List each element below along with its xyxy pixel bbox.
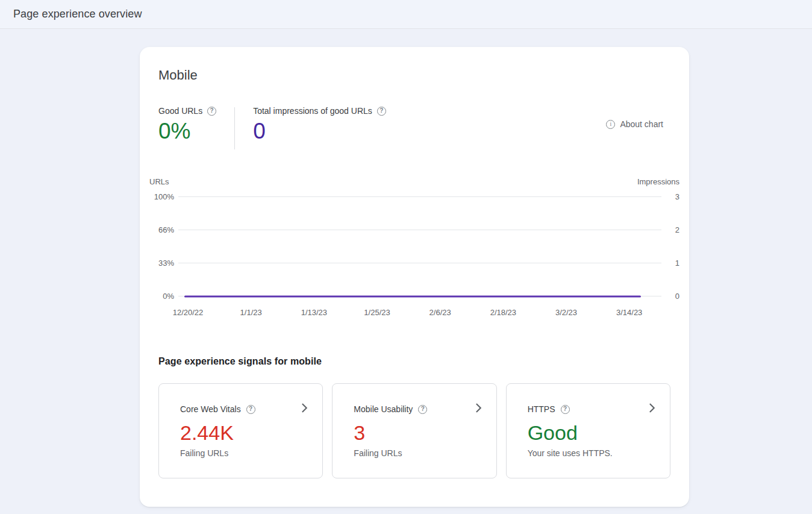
good-urls-label: Good URLs	[158, 106, 202, 116]
chart-grid: 100% 3 66% 2 33% 1 0% 0	[149, 192, 679, 301]
gridline-row: 100% 3	[149, 192, 679, 201]
left-axis-tick: 33%	[149, 259, 178, 268]
mobile-usability-label: Mobile Usability	[354, 404, 413, 414]
urls-impressions-chart: URLs Impressions 100% 3 66% 2 33% 1 0%	[149, 177, 679, 318]
gridline	[178, 263, 661, 263]
about-chart-button[interactable]: i About chart	[606, 119, 663, 129]
x-axis-tick: 3/2/23	[555, 308, 577, 317]
x-axis-tick: 2/18/23	[490, 308, 516, 317]
about-chart-label: About chart	[620, 119, 663, 129]
x-axis-tick: 1/13/23	[301, 308, 327, 317]
info-circle-icon: i	[606, 120, 615, 129]
page-title: Page experience overview	[13, 8, 142, 20]
stats-divider	[234, 107, 235, 149]
mobile-usability-card[interactable]: Mobile Usability ? 3 Failing URLs	[332, 383, 496, 478]
help-circle-icon[interactable]: ?	[207, 107, 216, 116]
gridline-row-baseline: 0% 0	[149, 292, 679, 301]
gridline	[178, 296, 661, 296]
total-impressions-label: Total impressions of good URLs	[253, 106, 372, 116]
chevron-right-icon[interactable]	[476, 403, 482, 413]
signals-heading: Page experience signals for mobile	[158, 356, 670, 367]
good-urls-stat: Good URLs ? 0%	[158, 106, 216, 144]
chevron-right-icon[interactable]	[302, 403, 308, 413]
right-axis-tick: 3	[661, 192, 679, 201]
gridline-row: 33% 1	[149, 259, 679, 268]
x-axis-tick: 12/20/22	[173, 308, 204, 317]
right-axis-tick: 0	[661, 292, 679, 301]
https-card[interactable]: HTTPS ? Good Your site uses HTTPS.	[506, 383, 670, 478]
x-axis-tick: 1/25/23	[364, 308, 390, 317]
x-axis-labels: 12/20/22 1/1/23 1/13/23 1/25/23 2/6/23 2…	[178, 308, 661, 318]
gridline-row: 66% 2	[149, 225, 679, 234]
total-impressions-stat: Total impressions of good URLs ? 0	[253, 106, 386, 144]
core-web-vitals-card[interactable]: Core Web Vitals ? 2.44K Failing URLs	[158, 383, 323, 478]
x-axis-tick: 3/14/23	[616, 308, 642, 317]
help-circle-icon[interactable]: ?	[246, 405, 255, 414]
left-axis-tick: 66%	[149, 225, 178, 234]
chevron-right-icon[interactable]	[649, 403, 655, 413]
total-impressions-value: 0	[253, 119, 386, 144]
x-axis-tick: 2/6/23	[429, 308, 451, 317]
core-web-vitals-value: 2.44K	[180, 422, 307, 444]
core-web-vitals-label: Core Web Vitals	[180, 404, 241, 414]
gridline	[178, 230, 661, 230]
mobile-usability-description: Failing URLs	[354, 448, 480, 458]
x-axis-tick: 1/1/23	[240, 308, 262, 317]
mobile-usability-value: 3	[354, 422, 480, 444]
https-value: Good	[528, 422, 654, 444]
card-title: Mobile	[158, 67, 670, 83]
page-header: Page experience overview	[0, 0, 812, 29]
right-axis-tick: 1	[661, 259, 679, 268]
help-circle-icon[interactable]: ?	[377, 107, 386, 116]
help-circle-icon[interactable]: ?	[561, 405, 570, 414]
stats-row: Good URLs ? 0% Total impressions of good…	[158, 106, 670, 149]
right-axis-tick: 2	[661, 225, 679, 234]
good-urls-value: 0%	[158, 119, 216, 144]
mobile-overview-card: Mobile Good URLs ? 0% Total impressions …	[140, 47, 689, 507]
left-axis-tick: 100%	[149, 192, 178, 201]
https-description: Your site uses HTTPS.	[528, 448, 654, 458]
core-web-vitals-description: Failing URLs	[180, 448, 307, 458]
help-circle-icon[interactable]: ?	[418, 405, 427, 414]
impressions-series-line	[184, 295, 642, 297]
signal-cards-row: Core Web Vitals ? 2.44K Failing URLs Mob…	[158, 383, 670, 478]
left-axis-tick: 0%	[149, 292, 178, 301]
gridline	[178, 196, 661, 197]
left-axis-title: URLs	[149, 177, 169, 186]
right-axis-title: Impressions	[637, 177, 679, 186]
https-label: HTTPS	[528, 404, 555, 414]
